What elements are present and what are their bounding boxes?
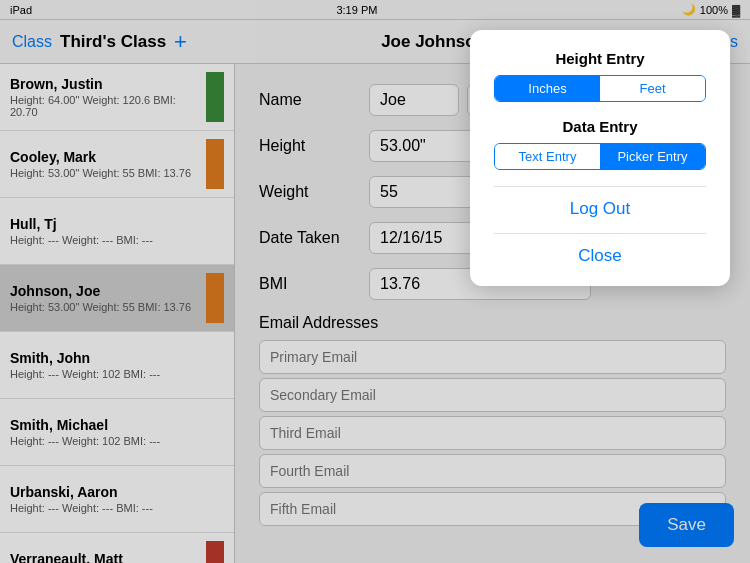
text-entry-button[interactable]: Text Entry (495, 144, 600, 169)
log-out-button[interactable]: Log Out (494, 199, 706, 219)
close-button[interactable]: Close (494, 246, 706, 266)
height-entry-title: Height Entry (494, 50, 706, 67)
inches-button[interactable]: Inches (495, 76, 600, 101)
feet-button[interactable]: Feet (600, 76, 705, 101)
popup: Height Entry Inches Feet Data Entry Text… (470, 30, 730, 286)
popup-overlay: Height Entry Inches Feet Data Entry Text… (0, 0, 750, 563)
data-entry-segmented-control: Text Entry Picker Entry (494, 143, 706, 170)
picker-entry-button[interactable]: Picker Entry (600, 144, 705, 169)
popup-divider-2 (494, 233, 706, 234)
height-unit-segmented-control: Inches Feet (494, 75, 706, 102)
popup-divider (494, 186, 706, 187)
data-entry-title: Data Entry (494, 118, 706, 135)
